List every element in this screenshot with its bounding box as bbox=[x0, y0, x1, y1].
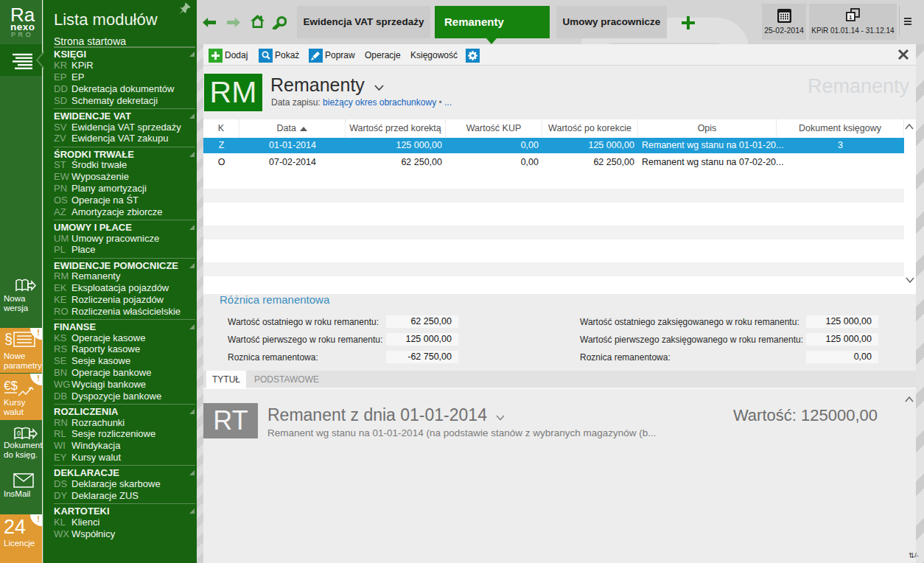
svg-text:0: 0 bbox=[17, 430, 21, 437]
svg-text:€$: €$ bbox=[4, 379, 18, 393]
svg-text:§: § bbox=[4, 331, 13, 347]
svg-text:1: 1 bbox=[849, 14, 853, 21]
